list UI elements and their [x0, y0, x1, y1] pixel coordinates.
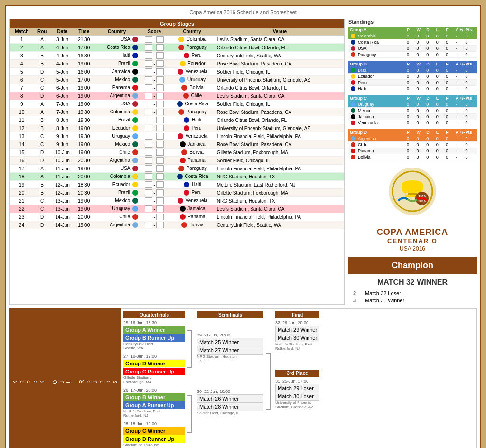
- standings-team-row: Mexico 0 0 0 0 0 - 0: [348, 108, 477, 114]
- venue-cell: Orlando Citrus Bowl, Orlando, FL: [215, 84, 344, 92]
- match-group: D: [33, 221, 51, 229]
- col-score: Score: [140, 28, 169, 36]
- match-group: C: [33, 205, 51, 213]
- m30-team2: Match 28 Winner: [197, 403, 263, 411]
- team1-cell: Brazil: [94, 189, 140, 197]
- standings-team-row: Peru 0 0 0 0 0 - 0: [348, 80, 477, 86]
- stat-pts: 0: [465, 74, 475, 79]
- match-date: 11-Jun: [51, 173, 74, 181]
- team2-cell: Venezuela: [168, 132, 215, 140]
- m29-header: 29 21-Jun, 20:00: [197, 333, 263, 337]
- score-cell: -: [140, 100, 169, 108]
- stat-p: 0: [407, 80, 417, 85]
- score-cell: -: [140, 221, 169, 229]
- score-cell: -: [140, 213, 169, 221]
- team2-cell: Peru: [168, 124, 215, 132]
- standings-team-row: Paraguay 0 0 0 0 0 - 0: [348, 52, 477, 58]
- match-date: 7-Jun: [51, 100, 74, 108]
- stat-pts: 0: [465, 52, 475, 57]
- team1-cell: Argentina: [94, 92, 140, 100]
- match-group: A: [33, 108, 51, 116]
- stat-f: 0: [446, 34, 456, 38]
- venue-cell: Soldier Field, Chicago, IL: [215, 68, 344, 76]
- stat-l: 0: [436, 108, 446, 113]
- match-num: 23: [10, 213, 33, 221]
- venue-cell: University of Phoenix Stadium, Glendale,…: [215, 124, 344, 132]
- stat-a: -: [456, 155, 466, 159]
- match-group: C: [33, 76, 51, 84]
- table-row: 24 D 14-Jun 19:00 Argentina - Bolivia Ce…: [10, 221, 344, 229]
- match-group: C: [33, 132, 51, 140]
- third-place-title: 3rd Place: [275, 370, 319, 377]
- placement-num: 3: [353, 298, 360, 303]
- stat-l: 0: [436, 149, 446, 153]
- stat-l: 0: [436, 34, 446, 38]
- stat-w: 0: [417, 68, 427, 73]
- team2-cell: Jamaica: [168, 205, 215, 213]
- stat-a: -: [456, 80, 466, 85]
- venue-cell: Soldier Field, Chicago, IL: [215, 157, 344, 165]
- standings-team-row: Ecuador 0 0 0 0 0 - 0: [348, 74, 477, 80]
- table-row: 7 C 6-Jun 19:00 Panama - Bolivia Orlando…: [10, 84, 344, 92]
- venue-cell: Lincoln Financial Field, Philadelphia, P…: [215, 213, 344, 221]
- stat-w: 0: [417, 142, 427, 147]
- placement-label: Match 31 Winner: [365, 298, 404, 303]
- stat-pts: 0: [465, 149, 475, 153]
- table-row: 12 B 8-Jun 19:00 Ecuador - Peru Universi…: [10, 124, 344, 132]
- team1-cell: Ecuador: [94, 124, 140, 132]
- bracket-connector-right: [266, 311, 273, 448]
- knockout-label: KnockOutRounds: [9, 308, 121, 448]
- match-group: A: [33, 44, 51, 52]
- stat-w: 0: [417, 80, 427, 85]
- m27-header: 27 18-Jun, 19:00: [123, 354, 185, 359]
- group-stages-header: Group Stages: [10, 19, 344, 28]
- match-num: 19: [10, 181, 33, 189]
- team1-cell: Mexico: [94, 76, 140, 84]
- stat-p: 0: [407, 102, 417, 107]
- venue-cell: CenturyLink Field, Seattle, WA: [215, 221, 344, 229]
- stat-w: 0: [417, 46, 427, 51]
- stat-w: 0: [417, 52, 427, 57]
- standings-team-row: Chile 0 0 0 0 0 - 0: [348, 142, 477, 148]
- match-time: 20:30: [74, 189, 94, 197]
- score-cell: -: [140, 92, 169, 100]
- match-date: 4-Jun: [51, 52, 74, 60]
- score-cell: -: [140, 52, 169, 60]
- standings-team-row: Argentina 0 0 0 0 0 - 0: [348, 136, 477, 142]
- team1-cell: Costa Rica: [94, 44, 140, 52]
- team2-cell: Paraguay: [168, 44, 215, 52]
- stat-p: 0: [407, 142, 417, 147]
- m29-team2: Match 27 Winner: [197, 346, 263, 355]
- stat-f: 0: [446, 74, 456, 79]
- match-num: 5: [10, 68, 33, 76]
- score-cell: -: [140, 76, 169, 84]
- team2-cell: Costa Rica: [168, 173, 215, 181]
- standings-title: Standings: [348, 19, 477, 25]
- final-col: Final 32 26-Jun, 20:00 Match 29 Winner M…: [275, 311, 319, 448]
- stat-f: 0: [446, 40, 456, 45]
- stat-a: -: [456, 34, 466, 38]
- stat-d: 0: [426, 74, 436, 79]
- table-row: 13 C 9-Jun 19:30 Uruguay - Venezuela Lin…: [10, 132, 344, 140]
- match-time: 19:00: [74, 221, 94, 229]
- stat-w: 0: [417, 102, 427, 107]
- stat-l: 0: [436, 102, 446, 107]
- stat-f: 0: [446, 46, 456, 51]
- match-time: 21:30: [74, 36, 94, 44]
- stat-l: 0: [436, 86, 446, 91]
- stat-f: 0: [446, 155, 456, 159]
- team-name: Mexico: [350, 108, 407, 113]
- stat-l: 0: [436, 68, 446, 73]
- stat-p: 0: [407, 40, 417, 45]
- stat-p: 0: [407, 86, 417, 91]
- team2-cell: Costa Rica: [168, 100, 215, 108]
- placement-label: Match 32 Loser: [365, 290, 401, 296]
- match-date: 13-Jun: [51, 205, 74, 213]
- venue-cell: NRG Stadium, Houston, TX: [215, 173, 344, 181]
- top-section: Group Stages Match Rou Date Time Country…: [9, 19, 477, 305]
- match-date: 6-Jun: [51, 84, 74, 92]
- stat-a: -: [456, 40, 466, 45]
- stat-d: 0: [426, 155, 436, 159]
- match-date: 14-Jun: [51, 213, 74, 221]
- standings-team-row: Jamaica 0 0 0 0 0 - 0: [348, 114, 477, 120]
